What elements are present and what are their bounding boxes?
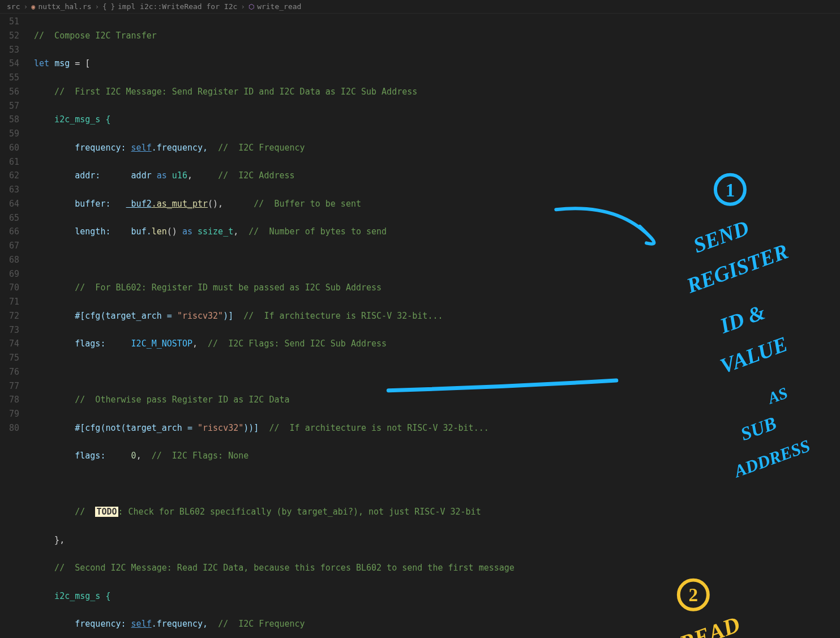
breadcrumb-label: src [7,2,20,11]
comment: // I2C Address [218,170,294,181]
code-line[interactable]: length: buf.len() as ssize_t, // Number … [34,225,840,239]
string: "riscv32" [198,423,243,433]
line-number: 69 [0,267,23,281]
string: "riscv32" [177,311,223,321]
comment: // I2C Flags: None [152,451,249,461]
line-number: 74 [0,337,23,351]
punct: = [ [70,58,90,68]
code-line[interactable]: frequency: self.frequency, // I2C Freque… [34,617,840,631]
code-line[interactable]: // TODO: Check for BL602 specifically (b… [34,505,840,519]
line-number: 62 [0,169,23,183]
line-number: 71 [0,295,23,309]
code-line[interactable]: // Second I2C Message: Read I2C Data, be… [34,561,840,575]
property: .frequency, [152,619,218,629]
variable: buf2 [126,199,152,209]
line-number: 77 [0,379,23,393]
code-line[interactable]: i2c_msg_s { [34,113,840,127]
code-line[interactable]: // Compose I2C Transfer [34,29,840,43]
line-number: 56 [0,85,23,99]
comment: // For BL602: Register ID must be passed… [34,282,382,293]
line-number: 67 [0,239,23,253]
line-number: 68 [0,253,23,267]
comment: // Compose I2C Transfer [34,31,157,41]
breadcrumb-label: write_read [257,2,301,11]
type: u16 [167,170,187,181]
breadcrumb-item-src[interactable]: src [7,2,20,11]
code-line[interactable]: flags: I2C_M_NOSTOP, // I2C Flags: Send … [34,337,840,351]
code-line[interactable]: // First I2C Message: Send Register ID a… [34,85,840,99]
field: flags: [34,451,126,461]
field: buffer: [34,199,126,209]
code-line[interactable]: addr: addr as u16, // I2C Address [34,169,840,183]
code-line[interactable]: }, [34,533,840,547]
code-line[interactable] [34,365,840,379]
self-keyword: self [131,619,152,629]
cube-icon: ⬡ [248,3,254,11]
self-keyword: self [131,143,152,153]
line-number: 72 [0,309,23,323]
code-line[interactable] [34,477,840,491]
code-line[interactable]: // Otherwise pass Register ID as I2C Dat… [34,393,840,407]
code-line[interactable]: i2c_msg_s { [34,589,840,603]
code-content[interactable]: // Compose I2C Transfer let msg = [ // F… [34,15,840,638]
attribute: #[cfg(target_arch = [34,311,177,321]
method: .as_mut_ptr [152,199,208,209]
field: addr: [34,170,126,181]
field: frequency: [34,143,126,153]
todo-highlight: TODO [95,507,118,517]
field: length: [34,226,126,237]
struct-name: i2c_msg_s { [34,591,110,601]
line-number: 73 [0,323,23,337]
variable: buf. [126,226,152,237]
variable: addr [126,170,157,181]
comment: : Check for BL602 specifically (by targe… [118,507,481,517]
breadcrumb-item-impl[interactable]: { } impl i2c::WriteRead for I2c [102,2,237,11]
code-line[interactable] [34,253,840,267]
comment-prefix: // [34,507,95,517]
punct: () [167,226,182,237]
number: 0 [126,451,136,461]
comment: // Number of bytes to send [248,226,387,237]
code-line[interactable]: // For BL602: Register ID must be passed… [34,281,840,295]
line-number: 57 [0,99,23,113]
keyword: as [182,226,192,237]
code-line[interactable]: frequency: self.frequency, // I2C Freque… [34,141,840,155]
line-number-gutter: 51 52 53 54 55 56 57 58 59 60 61 62 63 6… [0,15,34,638]
punct: , [192,339,208,349]
line-number: 76 [0,365,23,379]
code-line[interactable]: let msg = [ [34,57,840,71]
line-number: 70 [0,281,23,295]
breadcrumb-item-file[interactable]: ◉ nuttx_hal.rs [31,2,91,11]
breadcrumb-label: impl i2c::WriteRead for I2c [118,2,237,11]
comment: // I2C Frequency [218,619,305,629]
breadcrumb-label: nuttx_hal.rs [38,2,92,11]
rust-file-icon: ◉ [31,3,35,11]
breadcrumb-item-fn[interactable]: ⬡ write_read [248,2,301,11]
type: ssize_t [192,226,233,237]
line-number: 60 [0,141,23,155]
comment: // Buffer to be sent [223,199,361,209]
attribute: #[cfg(not(target_arch = [34,423,198,433]
line-number: 66 [0,225,23,239]
line-number: 58 [0,113,23,127]
comment: // Otherwise pass Register ID as I2C Dat… [34,395,290,405]
line-number: 78 [0,393,23,407]
comment: // Second I2C Message: Read I2C Data, be… [34,563,515,573]
keyword: let [34,58,49,68]
code-line[interactable]: buffer: buf2.as_mut_ptr(), // Buffer to … [34,197,840,211]
line-number: 79 [0,407,23,421]
comment: // If architecture is not RISC-V 32-bit.… [259,423,488,433]
code-line[interactable]: #[cfg(not(target_arch = "riscv32"))] // … [34,421,840,435]
code-editor[interactable]: 51 52 53 54 55 56 57 58 59 60 61 62 63 6… [0,14,840,638]
line-number: 51 [0,15,23,29]
line-number: 61 [0,155,23,169]
code-line[interactable]: flags: 0, // I2C Flags: None [34,449,840,463]
code-line[interactable]: #[cfg(target_arch = "riscv32")] // If ar… [34,309,840,323]
punct: , [136,451,152,461]
chevron-right-icon: › [95,2,99,11]
line-number: 64 [0,197,23,211]
line-number: 75 [0,351,23,365]
attribute: ))] [243,423,259,433]
keyword: as [157,170,167,181]
breadcrumb[interactable]: src › ◉ nuttx_hal.rs › { } impl i2c::Wri… [0,0,840,14]
